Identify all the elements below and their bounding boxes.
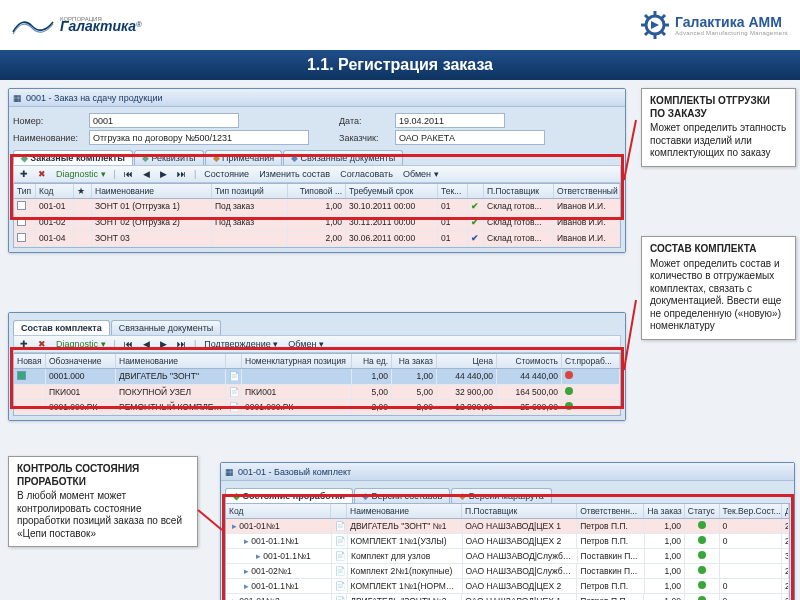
tb-last-icon[interactable]: ⏭ — [175, 169, 188, 179]
tb-first-icon[interactable]: ⏮ — [122, 169, 135, 179]
col[interactable]: Типовой ... — [288, 184, 346, 198]
col[interactable]: Требуемый срок — [346, 184, 438, 198]
col[interactable]: Наименование — [116, 354, 226, 368]
col[interactable]: Ответственн... — [577, 504, 644, 518]
tab-docs[interactable]: ◆ Связанные документы — [283, 150, 403, 165]
tab-vers-comp[interactable]: ◆ Версии составов — [354, 488, 450, 503]
tb-add-icon[interactable]: ✚ — [18, 169, 30, 179]
col[interactable]: Наименование — [347, 504, 462, 518]
table-row[interactable]: ▸ 001-01.1№1📄КОМПЛЕКТ 1№1(УЗЛЫ)ОАО НАШЗА… — [226, 534, 789, 549]
col[interactable]: Стоимость — [497, 354, 562, 368]
col[interactable]: П.Поставщик — [462, 504, 577, 518]
col[interactable]: Тип позиций — [212, 184, 288, 198]
svg-line-11 — [198, 510, 222, 530]
table-row[interactable]: 001-02ЗОНТ 02 (Отгрузка 2)Под заказ1,003… — [14, 215, 620, 231]
order-window: ▦ 0001 - Заказ на сдачу продукции Номер:… — [8, 88, 626, 253]
tab-composition[interactable]: Состав комплекта — [13, 320, 110, 335]
col[interactable]: Обозначение — [46, 354, 116, 368]
tb-prev-icon[interactable]: ◀ — [141, 339, 152, 349]
tb-agree[interactable]: Согласовать — [338, 169, 395, 179]
label-number: Номер: — [13, 116, 83, 126]
table-row[interactable]: ПКИ001ПОКУПНОЙ УЗЕЛ📄ПКИ0015,005,0032 900… — [14, 385, 620, 400]
col[interactable]: Тип — [14, 184, 36, 198]
callout-status: КОНТРОЛЬ СОСТОЯНИЯ ПРОРАБОТКИВ любой мом… — [8, 456, 198, 547]
window-titlebar[interactable]: ▦ 0001 - Заказ на сдачу продукции — [9, 89, 625, 107]
table-row[interactable]: ▸ 001-01№2📄ДВИГАТЕЛЬ "ЗОНТ" №2ОАО НАШЗАВ… — [226, 594, 789, 600]
toolbar-order: ✚ ✖ Diagnostic ▾ | ⏮ ◀ ▶ ⏭ | Состояние И… — [13, 165, 621, 183]
grid-kits: Тип Код ★ Наименование Тип позиций Типов… — [13, 183, 621, 248]
col[interactable]: Тек... — [438, 184, 468, 198]
tb-state[interactable]: Состояние — [202, 169, 251, 179]
base-kit-window: ▦ 001-01 - Базовый комплект ◆ Состояние … — [220, 462, 795, 600]
col[interactable]: Цена — [437, 354, 497, 368]
col[interactable]: Дата — [782, 504, 789, 518]
svg-line-8 — [645, 31, 649, 35]
toolbar-composition: ✚ ✖ Diagnostic ▾ | ⏮ ◀ ▶ ⏭ | Подтвержден… — [13, 335, 621, 353]
window-titlebar[interactable]: ▦ 001-01 - Базовый комплект — [221, 463, 794, 481]
table-row[interactable]: 001-01ЗОНТ 01 (Отгрузка 1)Под заказ1,003… — [14, 199, 620, 215]
tb-next-icon[interactable]: ▶ — [158, 339, 169, 349]
col[interactable]: На ед. — [352, 354, 392, 368]
window-title-text: 001-01 - Базовый комплект — [238, 467, 351, 477]
table-row[interactable]: ▸ 001-01№1📄ДВИГАТЕЛЬ "ЗОНТ" №1ОАО НАШЗАВ… — [226, 519, 789, 534]
tab-notes[interactable]: ◆ Примечания — [205, 150, 282, 165]
tb-last-icon[interactable]: ⏭ — [175, 339, 188, 349]
col[interactable]: На заказ — [644, 504, 684, 518]
table-row[interactable]: 0001.000.РКРЕМОНТНЫЙ КОМПЛЕКТ📄0001.000.Р… — [14, 400, 620, 415]
input-name[interactable]: Отгрузка по договору №500/1231 — [89, 130, 309, 145]
tb-exchange[interactable]: Обмен ▾ — [286, 339, 326, 349]
logo-amm: Галактика AMMAdvanced Manufacturing Mana… — [641, 11, 788, 39]
table-row[interactable]: 0001.000ДВИГАТЕЛЬ "ЗОНТ"📄1,001,0044 440,… — [14, 369, 620, 385]
tb-next-icon[interactable]: ▶ — [158, 169, 169, 179]
grid-status: Код Наименование П.Поставщик Ответственн… — [225, 503, 790, 600]
col[interactable]: На заказ — [392, 354, 437, 368]
tb-first-icon[interactable]: ⏮ — [122, 339, 135, 349]
col[interactable]: Новая — [14, 354, 46, 368]
tb-exchange[interactable]: Обмен ▾ — [401, 169, 441, 179]
tb-confirm[interactable]: Подтверждение ▾ — [202, 339, 280, 349]
col[interactable]: Ст.прораб... — [562, 354, 620, 368]
col-star[interactable]: ★ — [74, 184, 92, 198]
tb-diagnostic[interactable]: Diagnostic ▾ — [54, 169, 108, 179]
tb-diagnostic[interactable]: Diagnostic ▾ — [54, 339, 108, 349]
callout-composition: СОСТАВ КОМПЛЕКТАМожет определить состав … — [641, 236, 796, 340]
input-date[interactable]: 19.04.2011 — [395, 113, 505, 128]
col-flag[interactable] — [468, 184, 484, 198]
svg-line-7 — [661, 15, 665, 19]
window-icon: ▦ — [225, 467, 234, 477]
col-ico[interactable] — [331, 504, 347, 518]
tab-props[interactable]: ◆ Реквизиты — [134, 150, 204, 165]
tab-linked-docs[interactable]: Связанные документы — [111, 320, 222, 335]
table-row[interactable]: ▸ 001-02№1📄Комплект 2№1(покупные)ОАО НАШ… — [226, 564, 789, 579]
tb-add-icon[interactable]: ✚ — [18, 339, 30, 349]
col[interactable]: Ответственный — [554, 184, 620, 198]
table-row[interactable]: ▸ 001-01.1№1📄Комплект для узловОАО НАШЗА… — [226, 549, 789, 564]
col[interactable]: Код — [36, 184, 74, 198]
grid-composition: Новая Обозначение Наименование Номенклат… — [13, 353, 621, 416]
label-date: Дата: — [339, 116, 389, 126]
col[interactable]: Наименование — [92, 184, 212, 198]
window-icon: ▦ — [13, 93, 22, 103]
input-number[interactable]: 0001 — [89, 113, 239, 128]
col[interactable]: Тек.Вер.Сост... — [720, 504, 782, 518]
tb-del-icon[interactable]: ✖ — [36, 169, 48, 179]
tab-status[interactable]: ◆ Состояние проработки — [225, 488, 353, 503]
logo-galaktika: КОРПОРАЦИЯГалактика® — [12, 14, 142, 36]
svg-line-5 — [645, 15, 649, 19]
input-customer[interactable]: ОАО РАКЕТА — [395, 130, 545, 145]
tab-vers-route[interactable]: ◆ Версии маршрута — [451, 488, 551, 503]
callout-kits: КОМПЛЕКТЫ ОТГРУЗКИ ПО ЗАКАЗУМожет опреде… — [641, 88, 796, 167]
col[interactable]: Статус — [685, 504, 720, 518]
tb-del-icon[interactable]: ✖ — [36, 339, 48, 349]
tabs-order: ◆ Заказные комплекты ◆ Реквизиты ◆ Приме… — [13, 150, 621, 165]
tb-prev-icon[interactable]: ◀ — [141, 169, 152, 179]
col[interactable]: Номенклатурная позиция — [242, 354, 352, 368]
table-row[interactable]: 001-04ЗОНТ 032,0030.06.2011 00:0001✔Скла… — [14, 231, 620, 247]
table-row[interactable]: ▸ 001-01.1№1📄КОМПЛЕКТ 1№1(НОРМА...ОАО НА… — [226, 579, 789, 594]
col[interactable]: Код — [226, 504, 331, 518]
col-ico[interactable] — [226, 354, 242, 368]
window-title-text: 0001 - Заказ на сдачу продукции — [26, 93, 162, 103]
tb-change[interactable]: Изменить состав — [257, 169, 332, 179]
col[interactable]: П.Поставщик — [484, 184, 554, 198]
tab-kits[interactable]: ◆ Заказные комплекты — [13, 150, 133, 165]
